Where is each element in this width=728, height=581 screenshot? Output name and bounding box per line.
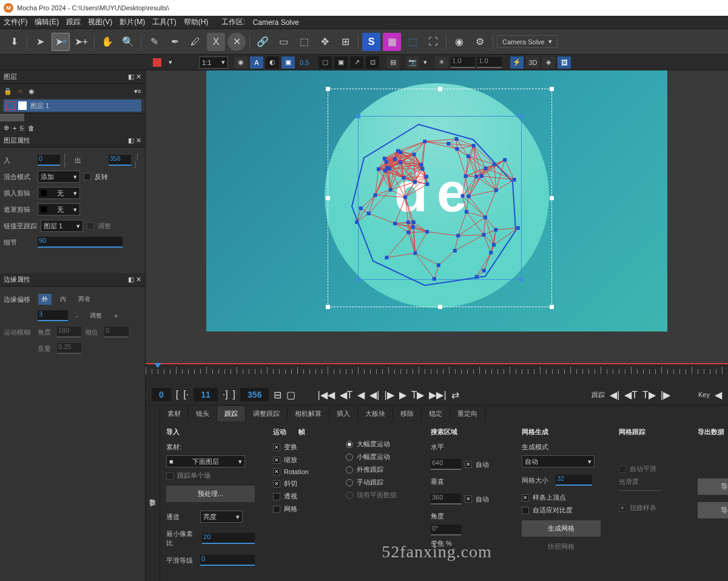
new-layer-icon[interactable]: ⊕ [4,124,9,132]
track-back-end-icon[interactable]: ◀| [610,389,619,401]
save-icon[interactable]: ⬇ [5,33,23,51]
clip-icon[interactable]: ▤ [386,56,400,69]
menu-help[interactable]: 帮助(H) [184,17,209,27]
close-icon[interactable]: ✕ [136,276,141,283]
target-icon[interactable]: ◉ [450,33,468,51]
menu-clip[interactable]: 影片(M) [120,17,145,27]
layers-scrollbar[interactable] [0,113,145,121]
export-track-button[interactable]: 导出跟踪... [698,478,728,495]
plus-button[interactable]: + [110,311,121,321]
large-motion-radio[interactable] [346,441,353,448]
clip-select[interactable]: ■下面图层▾ [166,455,245,467]
range-2-icon[interactable]: ▢ [286,389,295,401]
current-frame[interactable]: 11 [194,388,218,401]
overlay-2-icon[interactable]: ▣ [334,56,348,69]
copy-icon[interactable]: ⎘ [20,124,24,132]
track-back-icon[interactable]: ◀T [624,389,638,401]
key-back-icon[interactable]: ◀ [715,389,722,401]
goto-end-icon[interactable]: ▶▶| [429,389,446,401]
menu-tools[interactable]: 工具(T) [152,17,176,27]
track-fwd-icon[interactable]: T▶ [642,389,656,401]
detail-input[interactable]: 90 [38,237,123,248]
mesh-check[interactable] [273,506,280,513]
insert-clip-select[interactable]: 无▾ [38,187,80,199]
bezier-tool-icon[interactable]: ✒ [166,33,184,51]
step-back-t-icon[interactable]: ◀T [340,389,353,401]
gear-icon[interactable]: ⚙ [471,33,489,51]
x-remove-icon[interactable]: X [207,33,225,51]
meshsize-input[interactable]: 32 [556,475,592,486]
edge-inner[interactable]: 内 [56,294,70,305]
bracket-out-icon[interactable]: ·] [223,389,228,400]
alpha-a-icon[interactable]: A [250,56,263,69]
dock-icon[interactable]: ◧ [128,276,134,283]
canvas[interactable]: d e [206,70,667,331]
tab-lens[interactable]: 镜头 [189,406,217,421]
circle-remove-icon[interactable]: ✕ [228,33,246,51]
range-1-icon[interactable]: ⊟ [274,389,281,401]
invert-check[interactable] [84,173,91,180]
tab-remove[interactable]: 移除 [393,406,422,421]
matte-clip-select[interactable]: 无▾ [38,203,80,216]
tab-reorient[interactable]: 重定向 [450,406,485,421]
menu-file[interactable]: 文件(F) [4,17,27,27]
tab-clip[interactable]: 素材 [160,406,189,421]
small-motion-radio[interactable] [346,454,353,461]
loop-icon[interactable]: ⇄ [451,389,459,401]
move-tool-icon[interactable]: ✥ [315,33,334,51]
adaptive-check[interactable] [522,507,529,514]
menu-track[interactable]: 跟踪 [66,17,81,27]
horiz-auto-check[interactable] [465,461,472,468]
overlay-3-icon[interactable]: ↗ [350,56,363,69]
solve-dropdown[interactable]: Camera Solve▾ [497,35,558,48]
grid-tool-icon[interactable]: ▦ [383,33,401,51]
dock-icon[interactable]: ◧ [128,137,134,144]
link-icon[interactable]: 🔗 [254,33,272,51]
blend-select[interactable]: 添加▾ [38,171,80,183]
menu-view[interactable]: 视图(V) [88,17,112,27]
track-fwd-end-icon[interactable]: |▶ [661,389,670,401]
diamond-icon[interactable]: ◈ [542,56,555,69]
hand-tool-icon[interactable]: ✋ [98,33,116,51]
flash-icon[interactable]: ⚡ [510,56,524,69]
frame-fwd-icon[interactable]: |▶ [385,389,394,401]
tab-solve[interactable]: 相机解算 [288,406,329,421]
manual-radio[interactable] [346,479,353,486]
spline-vertex-check[interactable] [522,494,529,501]
smooth-input[interactable]: 0 [200,555,255,566]
dock-icon[interactable]: ◧ [128,73,134,80]
menu-icon[interactable]: ▾≡ [134,87,141,95]
brightness-val[interactable]: 1.0 [451,57,475,68]
genmode-select[interactable]: 自动▾ [522,455,595,467]
toggle-2-icon[interactable]: ▣ [281,56,295,69]
tab-track[interactable]: 跟踪 [217,406,246,421]
edge-outer[interactable]: 外 [38,294,52,305]
bracket-close-icon[interactable]: ] [233,389,235,400]
arrow-plus-tool-icon[interactable]: ➤+ [72,33,90,51]
tab-mega[interactable]: 大板块 [358,406,393,421]
overlay-1-icon[interactable]: ▢ [318,56,332,69]
zoom-tool-icon[interactable]: 🔍 [119,33,137,51]
vert-auto-check[interactable] [465,495,472,503]
fullscreen-icon[interactable]: ⛶ [424,33,442,51]
bracket-open-icon[interactable]: [ [176,389,178,400]
out-frame-input[interactable]: 356 [109,155,131,166]
brightness-icon[interactable]: ☀ [435,56,448,69]
camera-icon[interactable]: 📷 [406,56,419,69]
trash-icon[interactable]: 🗑 [28,124,35,132]
circle-icon[interactable]: ○ [18,87,22,95]
color-swatch-red[interactable] [153,58,161,67]
rotation-check[interactable] [273,468,280,475]
lock-icon[interactable]: 🔒 [4,87,12,95]
dashed-rect-icon[interactable]: ⬚ [403,33,422,51]
frame-back-icon[interactable]: ◀| [369,389,379,401]
arrow-b-tool-icon[interactable]: ➤B [52,33,70,51]
adjust-button[interactable]: 调整 [86,310,106,321]
magnetic-tool-icon[interactable]: 🖊 [186,33,204,51]
rect-tool-icon[interactable]: ▭ [274,33,292,51]
bracket-in-icon[interactable]: [· [183,389,189,400]
edge-val-input[interactable]: 3 [38,310,68,321]
xspline-tool-icon[interactable]: ✎ [145,33,163,51]
single-field-check[interactable] [166,472,174,480]
rect-dash-tool-icon[interactable]: ⬚ [295,33,313,51]
